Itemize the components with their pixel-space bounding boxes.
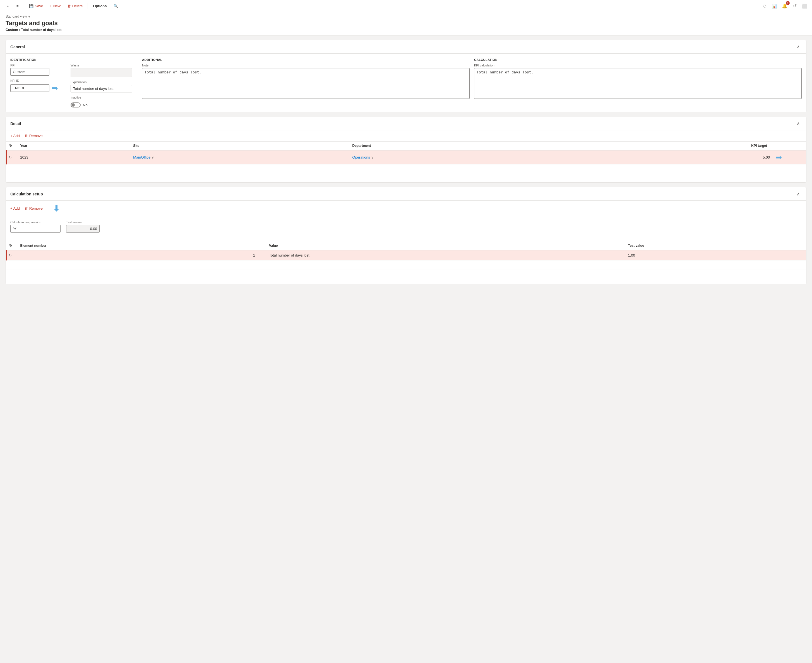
detail-empty-row (6, 165, 806, 173)
new-button[interactable]: + New (47, 3, 63, 10)
chevron-down-icon: ∨ (28, 15, 31, 18)
detail-empty-cell (6, 165, 806, 173)
row-arrow-cell: ⬅ (773, 150, 806, 165)
standard-view-dropdown[interactable]: Standard view ∨ (6, 15, 806, 18)
calc-expression-input[interactable] (10, 225, 61, 233)
explanation-field-group: Explanation (71, 81, 137, 92)
detail-empty-row2 (6, 173, 806, 182)
calc-table-wrapper: ↻ Element number Value Test value ↻ 1 (6, 241, 806, 278)
note-input[interactable]: Total number of days lost. (142, 68, 470, 99)
sync-col-header: ↻ (6, 142, 18, 150)
more-options-icon[interactable]: ⋮ (798, 253, 802, 258)
row-year-cell: 2023 (18, 150, 131, 165)
refresh-icon[interactable]: ↺ (791, 2, 799, 10)
new-label: New (53, 4, 61, 8)
menu-button[interactable]: ≡ (14, 3, 21, 10)
waste-field-group: Waste (71, 64, 137, 77)
waste-input (71, 68, 132, 77)
calc-row-sync-cell: ↻ (6, 250, 18, 260)
sync-icon-row: ↻ (9, 155, 12, 159)
general-section-body: IDENTIFICATION KPI Custom KPI ID TNODL ⬅ (6, 53, 806, 112)
site-dropdown[interactable]: MainOffice ∨ (133, 155, 347, 159)
page-header: Standard view ∨ Targets and goals Custom… (0, 12, 812, 36)
value-col-header: Value (266, 241, 625, 250)
calc-table: ↻ Element number Value Test value ↻ 1 (6, 241, 806, 278)
element-number-col-header: Element number (18, 241, 266, 250)
calc-add-button[interactable]: + Add (10, 205, 20, 212)
calc-setup-section: Calculation setup ∧ + Add 🗑 Remove ⬇ Cal… (6, 187, 806, 284)
row-site-cell: MainOffice ∨ (130, 150, 349, 165)
toolbar: ← ≡ 💾 Save + New 🗑 Delete Options 🔍 ◇ 📊 … (0, 0, 812, 12)
delete-icon: 🗑 (67, 4, 71, 8)
detail-section: Detail ∧ + Add 🗑 Remove ↻ (6, 117, 806, 183)
explanation-label: Explanation (71, 81, 137, 84)
trash-icon: 🗑 (24, 134, 28, 138)
general-grid: IDENTIFICATION KPI Custom KPI ID TNODL ⬅ (10, 58, 802, 107)
calc-collapse-button[interactable]: ∧ (795, 191, 802, 197)
calc-bottom-spacer (6, 278, 806, 284)
dept-value: Operations (352, 155, 370, 159)
calculation-column: CALCULATION KPI calculation Total number… (474, 58, 802, 99)
detail-section-title: Detail (10, 121, 21, 126)
test-answer-label: Test answer (66, 220, 100, 224)
site-value: MainOffice (133, 155, 150, 159)
notification-bell[interactable]: 🔔 0 (781, 2, 789, 10)
options-label: Options (93, 4, 107, 8)
kpi-id-label: KPI ID (10, 79, 66, 82)
new-icon: + (50, 4, 52, 8)
window-icon[interactable]: ⬜ (801, 2, 809, 10)
detail-table: ↻ Year Site Department KPI target ↻ (6, 142, 806, 182)
powerpoint-icon[interactable]: 📊 (771, 2, 778, 10)
detail-table-wrapper: ↻ Year Site Department KPI target ↻ (6, 142, 806, 182)
general-section: General ∧ IDENTIFICATION KPI Custom KPI … (6, 40, 806, 112)
search-icon: 🔍 (113, 4, 118, 8)
test-answer-input[interactable] (66, 225, 100, 233)
inactive-toggle[interactable] (71, 102, 81, 107)
page-title: Targets and goals (6, 19, 806, 27)
detail-add-button[interactable]: + Add (10, 133, 20, 139)
detail-collapse-button[interactable]: ∧ (795, 120, 802, 127)
kpi-label: KPI (10, 64, 66, 67)
calc-section-title: Calculation setup (10, 192, 43, 196)
dept-dropdown[interactable]: Operations ∨ (352, 155, 570, 159)
save-button[interactable]: 💾 Save (26, 3, 46, 10)
chevron-down-icon-dept: ∨ (371, 155, 374, 159)
inactive-toggle-row: No (71, 102, 137, 107)
inactive-toggle-label: No (83, 103, 88, 107)
options-button[interactable]: Options (90, 3, 110, 10)
collapse-icon: ∧ (797, 44, 800, 49)
test-answer-field: Test answer (66, 220, 100, 233)
diamond-icon[interactable]: ◇ (761, 2, 768, 10)
table-row[interactable]: ↻ 2023 MainOffice ∨ Operations (6, 150, 806, 165)
kpi-id-input[interactable]: TNODL (10, 84, 49, 92)
general-collapse-button[interactable]: ∧ (795, 44, 802, 50)
department-col-header: Department (350, 142, 573, 150)
arrow-annotation-left: ⬅ (52, 84, 58, 93)
calc-remove-button[interactable]: 🗑 Remove (24, 205, 43, 212)
calc-empty-row2 (6, 269, 806, 278)
detail-remove-button[interactable]: 🗑 Remove (24, 133, 43, 139)
delete-button[interactable]: 🗑 Delete (65, 3, 86, 10)
note-label: Note (142, 64, 470, 67)
delete-label: Delete (72, 4, 83, 8)
calc-row-test-value-cell: 1.00 (625, 250, 795, 260)
kpi-calc-label: KPI calculation (474, 64, 802, 67)
back-button[interactable]: ← (3, 3, 13, 10)
row-sync-cell: ↻ (6, 150, 18, 165)
collapse-icon2: ∧ (797, 121, 800, 126)
kpi-input[interactable]: Custom (10, 68, 49, 76)
search-button[interactable]: 🔍 (111, 3, 121, 10)
explanation-input[interactable] (71, 85, 132, 92)
kpi-target-col-header: KPI target (573, 142, 773, 150)
calc-expression-field: Calculation expression (10, 220, 61, 233)
sync-icon-header: ↻ (9, 144, 12, 148)
calc-table-row[interactable]: ↻ 1 Total number of days lost 1.00 ⋮ (6, 250, 806, 260)
collapse-icon3: ∧ (797, 191, 800, 196)
calc-toolbar: + Add 🗑 Remove ⬇ (6, 201, 806, 216)
kpi-calc-input[interactable]: Total number of days lost. (474, 68, 802, 99)
site-col-header: Site (130, 142, 349, 150)
identification-label: IDENTIFICATION (10, 58, 66, 61)
chevron-down-icon-site: ∨ (152, 155, 154, 159)
calc-row-more-cell[interactable]: ⋮ (795, 250, 806, 260)
calc-expression-label: Calculation expression (10, 220, 61, 224)
